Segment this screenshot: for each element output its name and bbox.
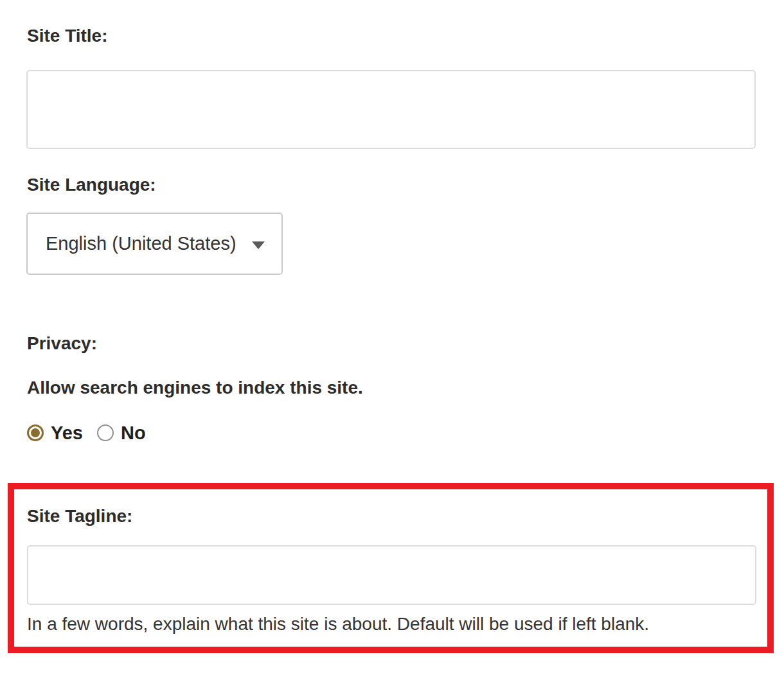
site-tagline-highlight-box: Site Tagline: In a few words, explain wh… xyxy=(8,483,774,653)
privacy-description: Allow search engines to index this site. xyxy=(27,378,363,398)
site-language-select[interactable]: English (United States) xyxy=(26,213,283,275)
site-title-input[interactable] xyxy=(26,70,756,149)
privacy-radio-option-no[interactable]: No xyxy=(97,423,146,443)
site-settings-form: Site Title: Site Language: English (Unit… xyxy=(0,0,784,673)
site-language-label: Site Language: xyxy=(27,175,156,195)
site-language-selected-value: English (United States) xyxy=(46,233,236,254)
privacy-radio-no-label: No xyxy=(121,423,146,443)
site-tagline-label: Site Tagline: xyxy=(27,506,756,527)
privacy-radio-group: Yes No xyxy=(27,423,146,443)
site-tagline-input[interactable] xyxy=(27,545,756,605)
radio-unselected-icon[interactable] xyxy=(97,424,114,441)
privacy-label: Privacy: xyxy=(27,333,97,354)
privacy-radio-option-yes[interactable]: Yes xyxy=(27,423,83,443)
chevron-down-icon xyxy=(252,241,265,249)
site-tagline-help-text: In a few words, explain what this site i… xyxy=(27,613,756,634)
privacy-radio-yes-label: Yes xyxy=(51,423,83,443)
site-title-label: Site Title: xyxy=(27,26,108,46)
radio-selected-icon[interactable] xyxy=(27,424,44,441)
